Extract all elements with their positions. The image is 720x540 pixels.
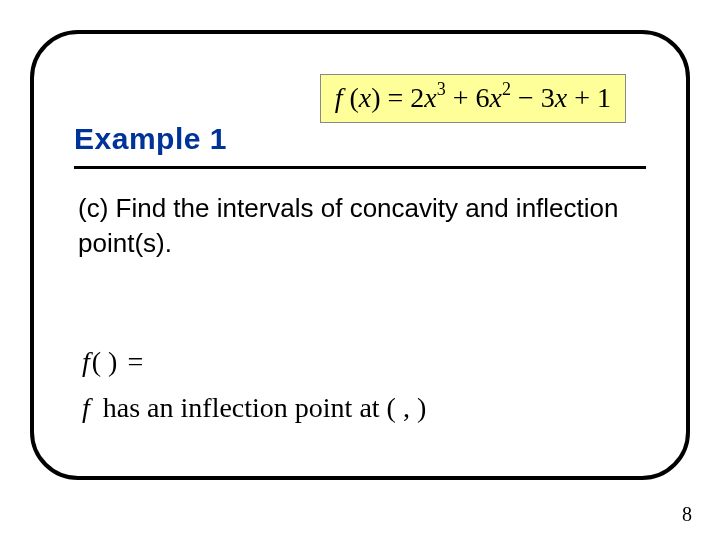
math-lines: f( )= f has an inflection point at ( , ) xyxy=(82,346,426,424)
math-paren: ( ) xyxy=(90,346,126,377)
math-inflection-text: has an inflection point at ( , ) xyxy=(96,392,426,423)
example-title: Example 1 xyxy=(74,122,227,156)
math-eq: = xyxy=(125,346,143,377)
header-row: Example 1 f (x) = 2x3 + 6x2 − 3x + 1 xyxy=(74,74,646,164)
question-prompt: (c) Find the intervals of concavity and … xyxy=(78,191,638,261)
equation-box: f (x) = 2x3 + 6x2 − 3x + 1 xyxy=(320,74,626,123)
math-f2: f xyxy=(82,392,96,423)
page-number: 8 xyxy=(682,503,692,526)
slide-card: Example 1 f (x) = 2x3 + 6x2 − 3x + 1 (c)… xyxy=(30,30,690,480)
math-line-inflection: f has an inflection point at ( , ) xyxy=(82,392,426,424)
equation-text: f (x) = 2x3 + 6x2 − 3x + 1 xyxy=(335,82,611,113)
title-underline xyxy=(74,166,646,169)
math-line-fvalue: f( )= xyxy=(82,346,426,378)
math-f: f xyxy=(82,346,90,377)
